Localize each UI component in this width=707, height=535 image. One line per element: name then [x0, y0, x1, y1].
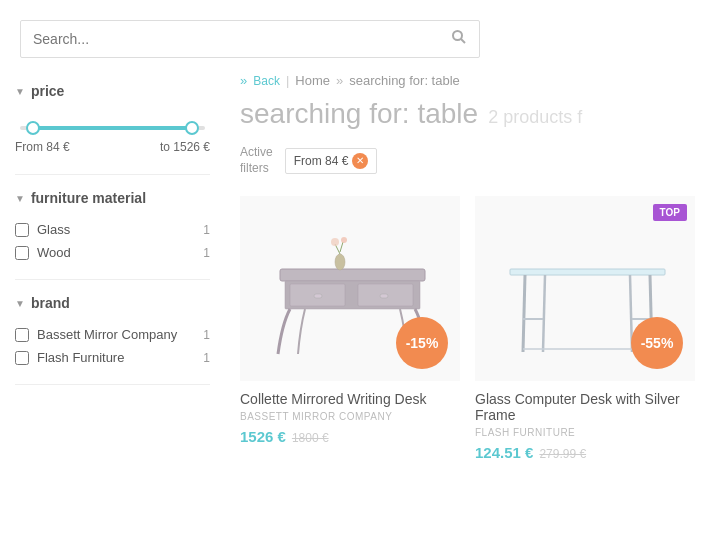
svg-rect-13	[510, 269, 665, 275]
material-item: Glass 1	[15, 218, 210, 241]
material-label: Glass	[37, 222, 70, 237]
svg-point-8	[335, 254, 345, 270]
product-image-container: TOP -55%	[475, 196, 695, 381]
product-image-container: -15%	[240, 196, 460, 381]
brand-label: Bassett Mirror Company	[37, 327, 177, 342]
price-filter-toggle[interactable]: ▼ price	[15, 83, 210, 99]
sidebar: ▼ price From 84 € to 1526 € ▼ furniture …	[0, 68, 225, 466]
material-checkbox-left: Wood	[15, 245, 71, 260]
brand-arrow-icon: ▼	[15, 298, 25, 309]
svg-rect-5	[314, 294, 322, 298]
brand-list: Bassett Mirror Company 1 Flash Furniture…	[15, 323, 210, 369]
product-count: 2 products f	[488, 107, 582, 128]
price-arrow-icon: ▼	[15, 86, 25, 97]
product-price: 1526 € 1800 €	[240, 428, 460, 445]
svg-rect-7	[380, 294, 388, 298]
brand-count: 1	[203, 351, 210, 365]
filter-tag: From 84 € ✕	[285, 148, 378, 174]
material-count: 1	[203, 223, 210, 237]
filter-tag-text: From 84 €	[294, 154, 349, 168]
price-original: 1800 €	[292, 431, 329, 445]
material-count: 1	[203, 246, 210, 260]
price-slider-thumb-right[interactable]	[185, 121, 199, 135]
material-label: Wood	[37, 245, 71, 260]
material-filter-section: ▼ furniture material Glass 1 Wood 1	[15, 175, 210, 280]
remove-filter-button[interactable]: ✕	[352, 153, 368, 169]
product-info: Collette Mirrored Writing Desk BASSETT M…	[240, 381, 460, 450]
price-range: From 84 € to 1526 €	[15, 140, 210, 154]
material-checkbox[interactable]	[15, 246, 29, 260]
svg-point-12	[341, 237, 347, 243]
product-info: Glass Computer Desk with Silver Frame FL…	[475, 381, 695, 466]
brand-item: Flash Furniture 1	[15, 346, 210, 369]
page-title-row: searching for: table 2 products f	[240, 98, 695, 130]
price-original: 279.99 €	[539, 447, 586, 461]
search-bar	[20, 20, 480, 58]
product-brand: BASSETT MIRROR COMPANY	[240, 411, 460, 422]
svg-rect-2	[280, 269, 425, 281]
active-filters-label: Active filters	[240, 145, 273, 176]
brand-count: 1	[203, 328, 210, 342]
product-name: Glass Computer Desk with Silver Frame	[475, 391, 695, 423]
material-filter-title: furniture material	[31, 190, 146, 206]
top-badge: TOP	[653, 204, 687, 221]
brand-checkbox-left: Bassett Mirror Company	[15, 327, 177, 342]
svg-point-0	[453, 31, 462, 40]
breadcrumb-arrow: »	[240, 73, 247, 88]
product-card[interactable]: -15% Collette Mirrored Writing Desk BASS…	[240, 196, 460, 466]
brand-filter-toggle[interactable]: ▼ brand	[15, 295, 210, 311]
material-filter-toggle[interactable]: ▼ furniture material	[15, 190, 210, 206]
brand-filter-title: brand	[31, 295, 70, 311]
brand-filter-section: ▼ brand Bassett Mirror Company 1 Flash F…	[15, 280, 210, 385]
svg-point-11	[331, 238, 339, 246]
discount-badge: -55%	[631, 317, 683, 369]
product-price: 124.51 € 279.99 €	[475, 444, 695, 461]
price-from: From 84 €	[15, 140, 70, 154]
breadcrumb-separator: |	[286, 73, 289, 88]
svg-line-10	[340, 242, 343, 252]
material-list: Glass 1 Wood 1	[15, 218, 210, 264]
brand-label: Flash Furniture	[37, 350, 124, 365]
back-link[interactable]: Back	[253, 74, 280, 88]
price-current: 124.51 €	[475, 444, 533, 461]
product-name: Collette Mirrored Writing Desk	[240, 391, 460, 407]
material-checkbox[interactable]	[15, 223, 29, 237]
product-card[interactable]: TOP -55% G	[475, 196, 695, 466]
brand-item: Bassett Mirror Company 1	[15, 323, 210, 346]
price-slider-fill	[29, 126, 196, 130]
search-icon	[451, 29, 467, 45]
active-filters: Active filters From 84 € ✕	[240, 145, 695, 176]
brand-checkbox-left: Flash Furniture	[15, 350, 124, 365]
price-slider-track[interactable]	[20, 126, 205, 130]
breadcrumb: » Back | Home » searching for: table	[240, 68, 695, 88]
product-brand: FLASH FURNITURE	[475, 427, 695, 438]
home-link[interactable]: Home	[295, 73, 330, 88]
page-title: searching for: table	[240, 98, 478, 130]
price-slider-container: From 84 € to 1526 €	[15, 111, 210, 159]
breadcrumb-arrow2: »	[336, 73, 343, 88]
content-area: » Back | Home » searching for: table sea…	[225, 68, 707, 466]
search-input[interactable]	[33, 31, 451, 47]
price-slider-thumb-left[interactable]	[26, 121, 40, 135]
svg-line-16	[543, 275, 545, 352]
search-button[interactable]	[451, 29, 467, 49]
products-grid: -15% Collette Mirrored Writing Desk BASS…	[240, 196, 695, 466]
price-filter-title: price	[31, 83, 64, 99]
breadcrumb-current: searching for: table	[349, 73, 460, 88]
material-item: Wood 1	[15, 241, 210, 264]
brand-checkbox[interactable]	[15, 351, 29, 365]
discount-badge: -15%	[396, 317, 448, 369]
price-to: to 1526 €	[160, 140, 210, 154]
svg-line-1	[461, 39, 465, 43]
svg-line-14	[523, 275, 525, 352]
material-arrow-icon: ▼	[15, 193, 25, 204]
price-filter-section: ▼ price From 84 € to 1526 €	[15, 68, 210, 175]
price-current: 1526 €	[240, 428, 286, 445]
material-checkbox-left: Glass	[15, 222, 70, 237]
brand-checkbox[interactable]	[15, 328, 29, 342]
